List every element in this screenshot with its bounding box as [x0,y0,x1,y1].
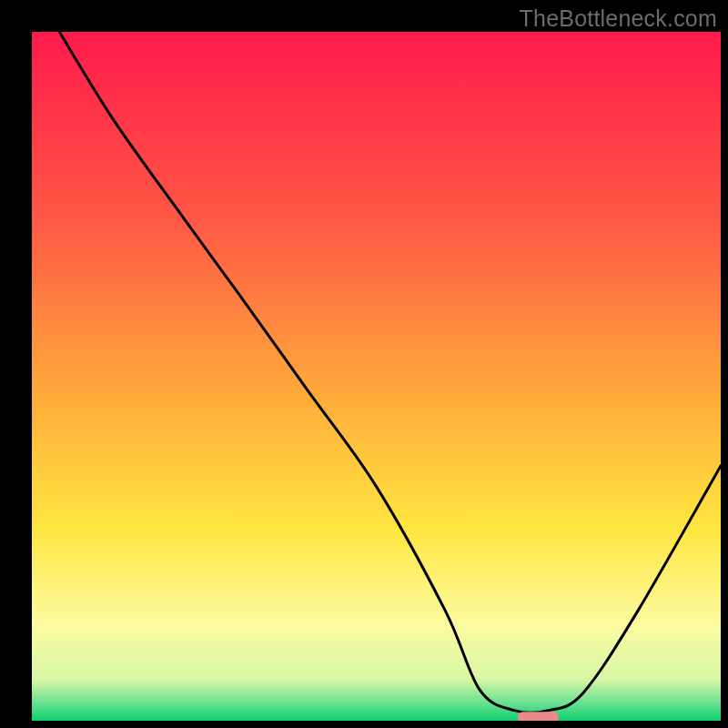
gradient-background [32,32,721,721]
watermark-text: TheBottleneck.com [520,5,717,32]
chart-frame: TheBottleneck.com [0,0,728,728]
plot-area [32,32,721,721]
chart-svg [32,32,721,721]
optimal-marker [518,712,559,721]
